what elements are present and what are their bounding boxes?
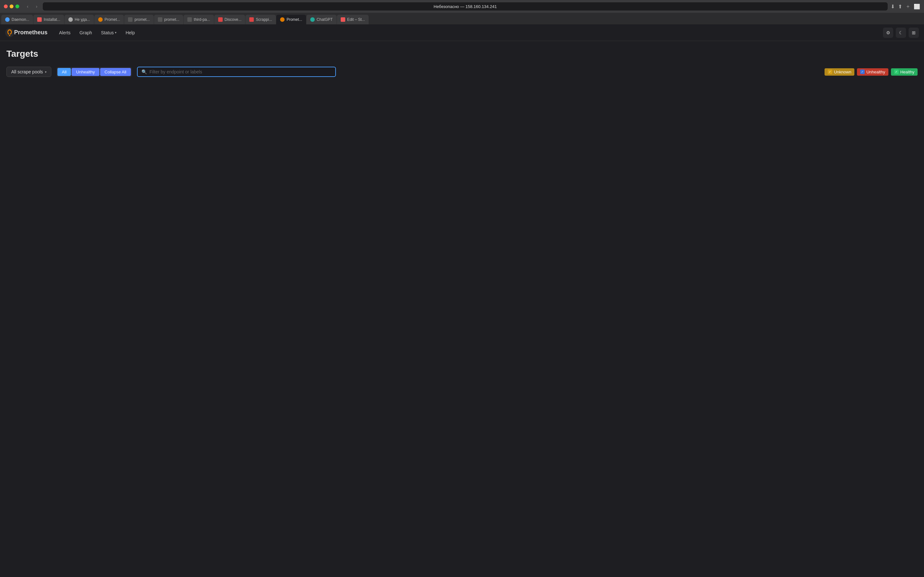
filter-all-button[interactable]: All <box>57 68 71 76</box>
tab-installat[interactable]: Installat... <box>33 15 64 24</box>
browser-actions: ⬇ ⬆ ＋ ⬜ <box>891 3 920 10</box>
healthy-badge[interactable]: ✓ Healthy <box>891 68 918 76</box>
scrape-pools-label: All scrape pools <box>11 69 43 74</box>
prometheus-brand: Prometheus <box>14 29 47 36</box>
unknown-badge-label: Unknown <box>834 69 851 74</box>
address-bar[interactable] <box>42 2 888 11</box>
tab-daemon[interactable]: Daemon... <box>1 15 33 24</box>
nav-help[interactable]: Help <box>121 28 139 37</box>
collapse-all-button[interactable]: Collapse All <box>100 68 131 76</box>
window-maximize-button[interactable] <box>15 5 19 8</box>
scrape-pools-chevron-icon: ▾ <box>45 70 47 74</box>
filter-buttons-group: All Unhealthy Collapse All <box>57 67 132 77</box>
tab-discove[interactable]: Discove... <box>214 15 246 24</box>
prometheus-app: Prometheus Alerts Graph Status ▾ Help ⚙ … <box>0 24 924 577</box>
tab-third-pa[interactable]: third-pa... <box>184 15 214 24</box>
prometheus-content: Targets All scrape pools ▾ All Unhealthy… <box>0 41 924 85</box>
healthy-badge-label: Healthy <box>900 69 914 74</box>
browser-chrome: ‹ › ⬇ ⬆ ＋ ⬜ Daemon... Installat... Не уд… <box>0 0 924 24</box>
healthy-checkbox[interactable]: ✓ <box>894 69 899 74</box>
new-tab-icon[interactable]: ＋ <box>905 3 911 10</box>
search-input[interactable] <box>150 69 331 74</box>
tab-chatgpt[interactable]: ChatGPT <box>306 15 336 24</box>
unhealthy-badge[interactable]: ✓ Unhealthy <box>857 68 888 76</box>
unknown-checkbox[interactable]: ✓ <box>828 69 832 74</box>
theme-toggle-button[interactable]: ☾ <box>896 27 906 38</box>
share-icon[interactable]: ⬆ <box>898 3 902 10</box>
prometheus-nav-links: Alerts Graph Status ▾ Help <box>55 28 883 37</box>
tab-promet-6[interactable]: promet... <box>154 15 183 24</box>
window-minimize-button[interactable] <box>10 5 13 8</box>
prometheus-navbar: Prometheus Alerts Graph Status ▾ Help ⚙ … <box>0 24 924 41</box>
scrape-pools-dropdown[interactable]: All scrape pools ▾ <box>6 67 51 77</box>
layout-button[interactable]: ⊞ <box>909 27 919 38</box>
tab-scrappi[interactable]: Scrappi... <box>246 15 276 24</box>
tab-neuda[interactable]: Не уда... <box>65 15 94 24</box>
nav-graph[interactable]: Graph <box>76 28 96 37</box>
nav-status[interactable]: Status ▾ <box>97 28 121 37</box>
back-button[interactable]: ‹ <box>24 3 31 10</box>
svg-point-1 <box>9 35 10 36</box>
tab-bar: Daemon... Installat... Не уда... Promet.… <box>0 13 924 24</box>
address-bar-row <box>42 2 888 11</box>
status-badges: ✓ Unknown ✓ Unhealthy ✓ Healthy <box>825 68 918 76</box>
search-icon: 🔍 <box>142 69 147 74</box>
unhealthy-badge-label: Unhealthy <box>866 69 885 74</box>
tab-promet-5[interactable]: promet... <box>124 15 153 24</box>
browser-titlebar: ‹ › ⬇ ⬆ ＋ ⬜ <box>0 0 924 13</box>
tabs-icon[interactable]: ⬜ <box>914 3 920 10</box>
window-close-button[interactable] <box>4 5 8 8</box>
unhealthy-checkbox[interactable]: ✓ <box>860 69 865 74</box>
forward-button[interactable]: › <box>33 3 40 10</box>
unknown-badge[interactable]: ✓ Unknown <box>825 68 855 76</box>
targets-controls: All scrape pools ▾ All Unhealthy Collaps… <box>6 67 918 77</box>
page-title: Targets <box>6 49 918 59</box>
prometheus-nav-actions: ⚙ ☾ ⊞ <box>883 27 919 38</box>
search-container: 🔍 <box>137 67 336 77</box>
window-controls <box>4 5 19 8</box>
status-dropdown-arrow: ▾ <box>115 31 116 34</box>
tab-promet-active[interactable]: Promet... <box>276 15 306 24</box>
download-icon[interactable]: ⬇ <box>891 3 895 10</box>
tab-edit-st[interactable]: Edit – St... <box>337 15 368 24</box>
nav-alerts[interactable]: Alerts <box>55 28 74 37</box>
filter-unhealthy-button[interactable]: Unhealthy <box>71 68 99 76</box>
settings-button[interactable]: ⚙ <box>883 27 893 38</box>
tab-promet-4[interactable]: Promet... <box>94 15 124 24</box>
prometheus-logo <box>5 28 14 37</box>
